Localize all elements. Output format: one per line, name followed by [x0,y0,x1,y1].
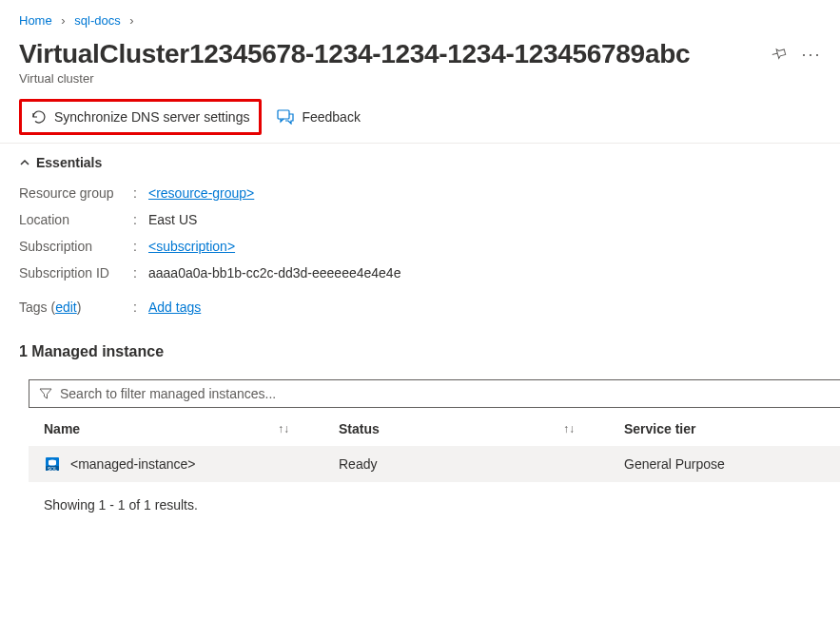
col-name-header[interactable]: Name ↑↓ [29,412,323,446]
search-input[interactable] [60,386,830,401]
kv-tags: Tags (edit) : Add tags [19,294,821,320]
col-tier-header[interactable]: Service tier [609,412,840,446]
subscription-id-value: aaaa0a0a-bb1b-cc2c-dd3d-eeeeee4e4e4e [148,265,400,280]
page-title: VirtualCluster12345678-1234-1234-1234-12… [19,39,690,69]
resource-group-link[interactable]: <resource-group> [148,185,254,201]
sort-icon: ↑↓ [278,422,289,435]
chevron-right-icon: › [61,13,65,28]
feedback-label: Feedback [302,109,360,125]
feedback-button[interactable]: Feedback [267,102,369,132]
kv-subscription-id: Subscription ID : aaaa0a0a-bb1b-cc2c-dd3… [19,260,821,286]
sync-dns-label: Synchronize DNS server settings [54,109,249,125]
col-status-header[interactable]: Status ↑↓ [323,412,609,446]
essentials-panel: Resource group : <resource-group> Locati… [0,176,840,330]
kv-label: Subscription ID [19,265,133,280]
subscription-link[interactable]: <subscription> [148,239,235,254]
results-count: Showing 1 - 1 of 1 results. [29,482,840,528]
instance-status: Ready [323,446,609,482]
location-value: East US [148,212,197,227]
kv-label: Location [19,212,133,227]
managed-instance-header: 1 Managed instance [0,330,840,370]
refresh-icon [31,109,47,125]
instance-name: <managed-instance> [70,456,196,472]
pin-icon[interactable] [770,45,789,64]
breadcrumb-sql-docs[interactable]: sql-docs [74,13,120,28]
search-box[interactable] [29,379,840,408]
sort-icon: ↑↓ [563,422,575,435]
chevron-right-icon: › [129,13,133,28]
kv-location: Location : East US [19,206,821,233]
feedback-icon [277,109,294,125]
title-row: VirtualCluster12345678-1234-1234-1234-12… [0,33,840,69]
svg-text:SQL: SQL [48,466,57,472]
tags-edit-link[interactable]: edit [55,300,77,315]
kv-label: Tags (edit) [19,300,133,315]
managed-instance-table-container: Name ↑↓ Status ↑↓ Service tier [0,370,840,528]
more-icon[interactable]: ··· [802,45,821,64]
table-row[interactable]: SQL <managed-instance> Ready General Pur… [29,446,840,482]
add-tags-link[interactable]: Add tags [148,300,201,315]
breadcrumb-home[interactable]: Home [19,13,52,28]
breadcrumb: Home › sql-docs › [0,0,840,33]
kv-subscription: Subscription : <subscription> [19,233,821,260]
kv-resource-group: Resource group : <resource-group> [19,180,821,206]
resource-type-label: Virtual cluster [0,69,840,95]
managed-instance-table: Name ↑↓ Status ↑↓ Service tier [29,412,840,482]
svg-rect-0 [278,110,289,119]
instance-tier: General Purpose [609,446,840,482]
sync-dns-button[interactable]: Synchronize DNS server settings [19,99,262,135]
chevron-up-icon [19,157,30,168]
filter-icon [39,387,52,400]
toolbar: Synchronize DNS server settings Feedback [0,95,840,144]
sql-instance-icon: SQL [44,455,61,473]
kv-label: Resource group [19,185,133,201]
essentials-label: Essentials [36,155,102,170]
essentials-toggle[interactable]: Essentials [0,144,840,176]
kv-label: Subscription [19,239,133,254]
